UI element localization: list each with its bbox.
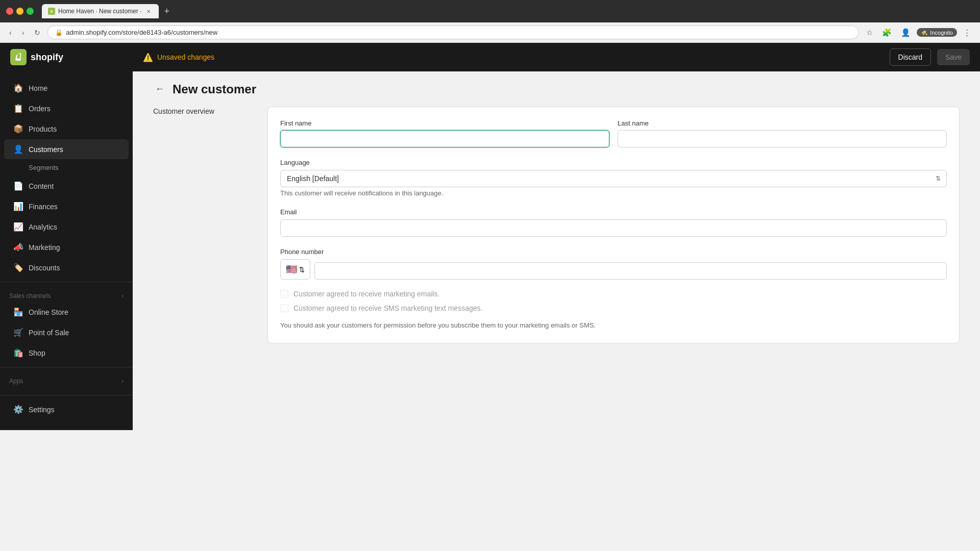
customers-icon: 👤 — [13, 144, 23, 154]
sidebar-item-label-settings: Settings — [29, 406, 55, 414]
email-input[interactable] — [280, 219, 947, 237]
apps-expand-icon: › — [121, 378, 124, 385]
unsaved-label: Unsaved changes — [157, 53, 214, 61]
online-store-icon: 🏪 — [13, 307, 23, 317]
sidebar-item-home[interactable]: 🏠 Home — [4, 78, 129, 98]
tab-favicon: S — [48, 8, 55, 15]
orders-icon: 📋 — [13, 104, 23, 113]
sidebar-item-label-shop: Shop — [29, 349, 45, 357]
first-name-input[interactable] — [280, 130, 609, 147]
settings-icon: ⚙️ — [13, 405, 23, 414]
main-content: ← New customer Customer overview First n… — [133, 71, 980, 551]
marketing-checkboxes: Customer agreed to receive marketing ema… — [280, 290, 947, 312]
new-tab-btn[interactable]: + — [161, 5, 173, 18]
sidebar-item-point-of-sale[interactable]: 🛒 Point of Sale — [4, 322, 129, 342]
incognito-icon: 🕵️ — [921, 29, 928, 36]
sidebar-item-label-online-store: Online Store — [29, 308, 68, 316]
apps-section-label: Apps › — [0, 371, 133, 387]
menu-btn[interactable]: ⋮ — [960, 26, 974, 39]
sidebar-item-label-finances: Finances — [29, 203, 58, 211]
address-bar[interactable]: 🔒 admin.shopify.com/store/de8143-a6/cust… — [47, 26, 859, 39]
section-label: Customer overview — [153, 107, 214, 115]
sidebar-item-segments[interactable]: Segments — [4, 160, 129, 176]
window-min-btn[interactable] — [16, 8, 23, 15]
phone-field-wrapper: Phone number 🇺🇸 ⇅ — [280, 247, 947, 280]
browser-actions: ☆ 🧩 👤 🕵️ Incognito ⋮ — [863, 26, 974, 39]
window-max-btn[interactable] — [27, 8, 34, 15]
extensions-btn[interactable]: 🧩 — [879, 26, 895, 39]
first-name-label: First name — [280, 119, 609, 127]
topbar-actions: Discard Save — [890, 48, 970, 66]
sales-channels-label: Sales channels › — [0, 286, 133, 302]
sidebar-item-orders[interactable]: 📋 Orders — [4, 98, 129, 118]
sidebar-item-label-discounts: Discounts — [29, 264, 60, 272]
marketing-email-checkbox[interactable] — [280, 290, 288, 298]
last-name-label: Last name — [618, 119, 947, 127]
browser-chrome: S Home Haven · New customer · ✕ + — [0, 0, 980, 22]
tab-close-btn[interactable]: ✕ — [144, 7, 153, 15]
name-row: First name Last name — [280, 119, 947, 147]
sidebar-item-analytics[interactable]: 📈 Analytics — [4, 217, 129, 237]
shopify-logo-text: shopify — [31, 52, 63, 63]
sidebar-item-marketing[interactable]: 📣 Marketing — [4, 237, 129, 257]
phone-country-btn[interactable]: 🇺🇸 ⇅ — [280, 259, 310, 280]
sidebar-divider-2 — [0, 367, 133, 367]
profile-btn[interactable]: 👤 — [898, 26, 914, 39]
sidebar-item-customers[interactable]: 👤 Customers — [4, 139, 129, 159]
phone-row: 🇺🇸 ⇅ — [280, 259, 947, 280]
sidebar-item-label-point-of-sale: Point of Sale — [29, 329, 69, 337]
sidebar-nav: 🏠 Home 📋 Orders 📦 Products 👤 Customers S — [0, 78, 133, 387]
point-of-sale-icon: 🛒 — [13, 328, 23, 337]
sidebar-item-settings[interactable]: ⚙️ Settings — [4, 399, 129, 419]
form-card: First name Last name Language — [267, 107, 960, 343]
sidebar-item-shop[interactable]: 🛍️ Shop — [4, 343, 129, 363]
shopify-logo-icon — [10, 49, 27, 65]
last-name-field: Last name — [618, 119, 947, 147]
content-icon: 📄 — [13, 181, 23, 191]
language-label: Language — [280, 159, 310, 166]
marketing-note: You should ask your customers for permis… — [280, 320, 947, 331]
bookmark-btn[interactable]: ☆ — [863, 26, 876, 39]
phone-input[interactable] — [314, 262, 947, 280]
language-hint: This customer will receive notifications… — [280, 189, 947, 197]
back-button[interactable]: ← — [153, 82, 166, 96]
sidebar-item-label-customers: Customers — [29, 145, 63, 154]
language-field-wrapper: Language English [Default] French Spanis… — [280, 158, 947, 197]
sidebar-item-online-store[interactable]: 🏪 Online Store — [4, 302, 129, 322]
sidebar-item-finances[interactable]: 📊 Finances — [4, 196, 129, 216]
sidebar-item-products[interactable]: 📦 Products — [4, 119, 129, 139]
marketing-sms-checkbox[interactable] — [280, 304, 288, 312]
reload-btn[interactable]: ↻ — [31, 27, 43, 39]
forward-nav-btn[interactable]: › — [19, 27, 28, 39]
page-header: ← New customer — [133, 71, 980, 107]
discounts-icon: 🏷️ — [13, 263, 23, 272]
page-title: New customer — [173, 82, 256, 96]
sidebar-item-content[interactable]: 📄 Content — [4, 176, 129, 196]
window-close-btn[interactable] — [6, 8, 13, 15]
first-name-field: First name — [280, 119, 609, 147]
sidebar-item-discounts[interactable]: 🏷️ Discounts — [4, 258, 129, 278]
page-body: Customer overview First name Last name — [133, 107, 980, 364]
finances-icon: 📊 — [13, 202, 23, 211]
marketing-sms-label: Customer agreed to receive SMS marketing… — [293, 304, 482, 312]
back-nav-btn[interactable]: ‹ — [6, 27, 15, 39]
phone-country-arrows: ⇅ — [299, 266, 305, 273]
app-container: shopify 🏠 Home 📋 Orders 📦 Products — [0, 43, 980, 551]
unsaved-changes-notice: ⚠️ Unsaved changes — [143, 53, 214, 62]
address-text: admin.shopify.com/store/de8143-a6/custom… — [66, 29, 851, 36]
discard-button[interactable]: Discard — [890, 48, 931, 66]
window-controls — [6, 8, 34, 15]
tab-title: Home Haven · New customer · — [58, 8, 141, 15]
active-tab[interactable]: S Home Haven · New customer · ✕ — [42, 4, 159, 18]
home-icon: 🏠 — [13, 83, 23, 93]
sidebar-divider-3 — [0, 395, 133, 395]
language-select[interactable]: English [Default] French Spanish German — [280, 170, 947, 187]
address-bar-row: ‹ › ↻ 🔒 admin.shopify.com/store/de8143-a… — [0, 22, 980, 43]
incognito-label: Incognito — [930, 30, 953, 36]
last-name-input[interactable] — [618, 130, 947, 147]
sidebar: 🏠 Home 📋 Orders 📦 Products 👤 Customers S — [0, 71, 133, 430]
sidebar-item-label-marketing: Marketing — [29, 243, 60, 252]
sidebar-item-label-segments: Segments — [29, 164, 59, 171]
topbar-left: shopify — [10, 49, 63, 65]
save-button[interactable]: Save — [937, 49, 970, 65]
